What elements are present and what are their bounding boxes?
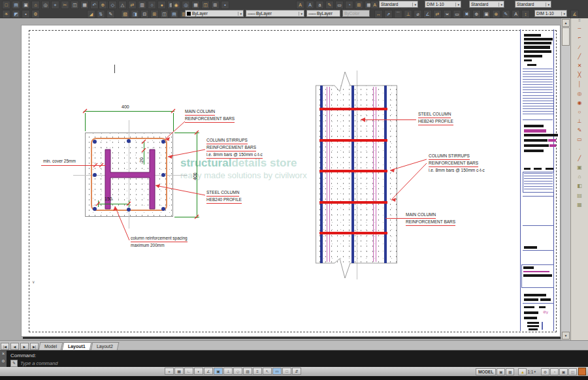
palette-tool-icon[interactable]: ╳ xyxy=(573,71,586,78)
chevron-down-icon[interactable]: ▾ xyxy=(238,12,242,16)
dimension-tool-icon[interactable]: ✖ xyxy=(463,10,471,18)
toolbar-icon[interactable]: △ xyxy=(118,1,127,9)
status-toggle-button[interactable]: ≡ xyxy=(253,368,262,375)
status-toggle-button[interactable]: ⇵ xyxy=(292,368,301,375)
dimension-tool-icon[interactable]: ⌒ xyxy=(394,10,402,18)
toolbar-icon[interactable]: ◎ xyxy=(41,1,50,9)
toolbar-icon[interactable]: ▧ xyxy=(121,10,129,18)
model-space-button[interactable]: MODEL xyxy=(476,368,496,375)
dimension-tool-icon[interactable]: ⊥ xyxy=(404,10,412,18)
chevron-down-icon[interactable]: ▾ xyxy=(299,12,302,16)
palette-tool-icon[interactable]: ∕ xyxy=(573,44,586,51)
toolbar-icon[interactable]: ● xyxy=(157,1,166,9)
vertical-scrollbar[interactable]: ▲ ▼ xyxy=(561,18,570,340)
toolbar-icon[interactable]: □ xyxy=(2,1,10,9)
toolbar-icon[interactable]: ▭ xyxy=(335,1,344,9)
toolbar-icon[interactable]: ▤ xyxy=(170,10,178,18)
toolbar-icon[interactable]: A xyxy=(296,1,304,9)
palette-tool-icon[interactable]: ○ xyxy=(573,108,586,116)
color-combo[interactable]: ByLayer ▾ xyxy=(185,10,244,17)
palette-tool-icon[interactable]: · xyxy=(573,146,586,153)
scroll-up-button[interactable]: ▲ xyxy=(562,19,570,27)
palette-tool-icon[interactable]: ╱ xyxy=(573,155,586,162)
status-toggle-button[interactable]: ▣ xyxy=(214,368,223,375)
chevron-down-icon[interactable]: ▾ xyxy=(546,3,549,7)
wrench-icon[interactable]: ⚙ xyxy=(0,357,7,365)
toolbar-icon[interactable]: ▪ xyxy=(221,1,229,9)
toolbar-icon[interactable]: ▦ xyxy=(80,1,89,9)
dimension-tool-icon[interactable]: ⌀ xyxy=(414,10,422,18)
palette-tool-icon[interactable]: ▤ xyxy=(573,192,586,199)
scroll-down-button[interactable]: ▼ xyxy=(562,332,570,340)
toolbar-icon[interactable]: ◢ xyxy=(87,10,95,18)
dim-style-combo[interactable]: DIM 1-10 ▾ xyxy=(425,1,461,8)
toolbar-icon[interactable]: ◨ xyxy=(131,10,139,18)
toolbar-icon[interactable]: ⌂ xyxy=(31,1,40,9)
toolbar-icon[interactable]: ⊞ xyxy=(355,1,363,9)
toolbar-icon[interactable]: ▦ xyxy=(191,1,200,9)
toolbar-icon[interactable]: ◩ xyxy=(12,10,20,18)
toolbar-icon[interactable]: ▥ xyxy=(138,1,146,9)
status-toggle-button[interactable]: ◇ xyxy=(233,368,242,375)
dim-edit-icon[interactable]: ∡ xyxy=(570,10,579,18)
status-toggle-button[interactable]: ▭ xyxy=(272,368,282,375)
dimension-tool-icon[interactable]: ↕ xyxy=(521,10,530,18)
chevron-down-icon[interactable]: ▾ xyxy=(498,3,502,7)
toolbar-icon[interactable]: ⇄ xyxy=(128,1,137,9)
text-style-combo[interactable]: Standard ▾ xyxy=(379,1,418,8)
tab-nav-prev[interactable]: ◀ xyxy=(10,343,19,350)
status-toggle-button[interactable]: ▨ xyxy=(243,368,252,375)
palette-tool-icon[interactable]: ✕ xyxy=(573,62,586,69)
palette-tool-icon[interactable]: ▣ xyxy=(573,164,586,171)
toolbar-icon[interactable]: ✎ xyxy=(106,10,115,18)
toolbar-icon[interactable]: ▪ xyxy=(22,10,30,18)
status-toggle-button[interactable]: ∟ xyxy=(184,368,193,375)
lineweight-combo[interactable]: —— ByLayer xyxy=(306,10,340,17)
command-prompt-row[interactable]: ✎ Type a command xyxy=(10,360,57,367)
dimension-tool-icon[interactable]: ⇄ xyxy=(433,10,442,18)
toolbar-icon[interactable]: ▤ xyxy=(12,1,20,9)
toolbar-icon[interactable]: ○ xyxy=(148,1,156,9)
chevron-down-icon[interactable]: ▾ xyxy=(561,12,565,16)
dimension-tool-icon[interactable]: ⊕ xyxy=(472,10,481,18)
toolbar-icon[interactable]: ✂ xyxy=(61,1,69,9)
toolbar-icon[interactable]: ⇅ xyxy=(97,10,105,18)
dimension-tool-icon[interactable]: ⊗ xyxy=(492,10,500,18)
status-toggle-button[interactable]: ∠ xyxy=(204,368,213,375)
close-icon[interactable]: × xyxy=(0,351,7,357)
fullscreen-icon[interactable]: ◫ xyxy=(568,368,577,375)
command-window[interactable]: × ⚙ Command: ✎ Type a command xyxy=(0,350,588,368)
dimension-tool-icon[interactable]: ✎ xyxy=(502,10,510,18)
toolbar-icon[interactable]: ✎ xyxy=(325,1,334,9)
palette-tool-icon[interactable]: ⌐ xyxy=(573,34,586,41)
status-toggle-button[interactable]: ◐ xyxy=(194,368,203,375)
palette-tool-icon[interactable]: ┄ xyxy=(573,25,586,32)
mleader-style-combo[interactable]: Standard ▾ xyxy=(515,1,551,8)
status-toggle-button[interactable]: + xyxy=(165,368,174,375)
workspace-gear-icon[interactable]: ⚙ xyxy=(541,368,549,375)
status-toggle-button[interactable]: ▦ xyxy=(174,368,184,375)
chevron-down-icon[interactable]: ▾ xyxy=(412,3,416,7)
toolbar-icon[interactable]: ☀ xyxy=(2,10,10,18)
toolbar-icon[interactable]: ⌖ xyxy=(51,1,59,9)
toolbar-icon[interactable]: ⊞ xyxy=(150,10,159,18)
palette-tool-icon[interactable]: │ xyxy=(573,80,586,87)
status-toggle-button[interactable]: □ xyxy=(282,368,291,375)
tab-nav-last[interactable]: ▶| xyxy=(30,343,39,350)
palette-tool-icon[interactable]: ⊥ xyxy=(573,118,586,125)
status-toggle-button[interactable]: ⊥ xyxy=(223,368,233,375)
annotation-scale-icon[interactable]: ▲ xyxy=(518,368,527,375)
toolbar-icon[interactable]: ◫ xyxy=(160,10,169,18)
toolbar-icon[interactable]: ◇ xyxy=(108,1,117,9)
toolbar-icon[interactable]: A xyxy=(306,1,314,9)
toolbar-icon[interactable]: ⊟ xyxy=(140,10,149,18)
palette-tool-icon[interactable]: ▭ xyxy=(573,136,586,143)
tab-nav-next[interactable]: ▶ xyxy=(20,343,29,350)
toolbar-icon[interactable]: a xyxy=(316,1,324,9)
toolbar-icon[interactable]: ◉ xyxy=(172,1,180,9)
toolbar-icon[interactable]: ⊞ xyxy=(211,1,220,9)
chevron-down-icon[interactable]: ▾ xyxy=(534,370,536,373)
palette-grip[interactable]: ≡ xyxy=(571,18,588,23)
palette-tool-icon[interactable]: ▦ xyxy=(573,201,586,208)
dimension-tool-icon[interactable]: ▭ xyxy=(453,10,461,18)
